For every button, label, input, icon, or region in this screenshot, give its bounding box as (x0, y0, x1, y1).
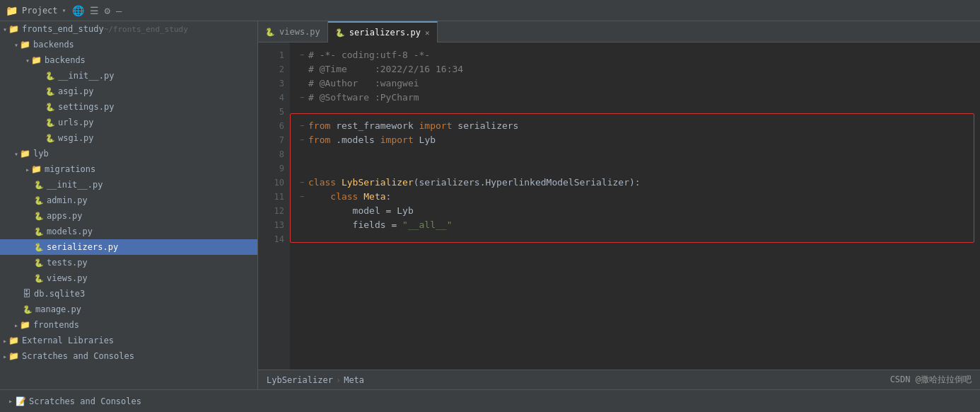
folder-icon: 📁 (8, 24, 19, 34)
sidebar-label: apps.py (47, 211, 83, 221)
sidebar-item-backends-inner[interactable]: 📁backends (0, 52, 257, 68)
gear-icon[interactable]: ⚙ (105, 5, 110, 16)
sidebar-item-backends-folder[interactable]: 📁backends (0, 37, 257, 52)
sidebar-item-apps-py[interactable]: 🐍apps.py (0, 208, 257, 224)
fold-gutter[interactable]: − (296, 119, 308, 133)
globe-icon[interactable]: 🌐 (72, 5, 84, 16)
token-mod: .models (330, 133, 380, 147)
sidebar-label: manage.py (35, 304, 81, 314)
fold-gutter[interactable]: − (296, 190, 308, 204)
sidebar-item-models-py[interactable]: 🐍models.py (0, 224, 257, 239)
sidebar-label: wsgi.py (58, 133, 94, 143)
tab-close-icon[interactable]: ✕ (425, 28, 430, 38)
folder-icon: 📁 (20, 40, 30, 50)
line-number: 5 (264, 105, 284, 119)
token-mod (308, 190, 330, 204)
code-line: − class Meta: (296, 190, 974, 204)
sidebar-item-urls-py[interactable]: 🐍urls.py (0, 115, 257, 130)
sidebar-label: views.py (47, 273, 88, 283)
breadcrumb-class: LybSerializer (267, 375, 333, 385)
sidebar-item-views-py[interactable]: 🐍views.py (0, 270, 257, 286)
sidebar-item-frontends-folder[interactable]: 📁frontends (0, 317, 257, 333)
tab-bar: 🐍views.py🐍serializers.py✕ (258, 21, 980, 42)
folder-icon: 📁 (6, 5, 18, 16)
title-bar-controls: 🌐 ☰ ⚙ — (72, 5, 122, 16)
sidebar-item-project-root[interactable]: 📁fronts_end_study ~/fronts_end_study (0, 21, 257, 37)
scratches-label: Scratches and Consoles (29, 396, 141, 406)
sidebar-item-init-py-2[interactable]: 🐍__init__.py (0, 177, 257, 193)
sidebar-item-serializers-py[interactable]: 🐍serializers.py (0, 239, 257, 255)
token-mod: rest_framework (330, 119, 419, 133)
fold-gutter[interactable]: − (296, 133, 308, 147)
fold-gutter[interactable]: − (296, 91, 308, 105)
py-icon: 🐍 (34, 181, 44, 190)
folder-icon: 📁 (31, 55, 42, 65)
tab-serializers-tab[interactable]: 🐍serializers.py✕ (328, 21, 438, 42)
sidebar-label: db.sqlite3 (34, 289, 85, 299)
sidebar-label: frontends (33, 320, 79, 330)
sidebar-item-manage-py[interactable]: 🐍manage.py (0, 302, 257, 317)
line-number: 6 (264, 119, 284, 133)
db-icon: 🗄 (23, 289, 31, 299)
sidebar-label: asgi.py (58, 86, 94, 96)
sidebar-label: __init__.py (58, 71, 114, 81)
folder-icon: 📁 (20, 320, 30, 330)
code-line: model = Lyb (296, 204, 974, 218)
editor-area: 🐍views.py🐍serializers.py✕ 12345678910111… (258, 21, 980, 389)
status-bar: LybSerializer › Meta CSDN @撒哈拉拉倒吧 (258, 370, 980, 389)
code-line: fields = "__all__" (296, 218, 974, 232)
sidebar-item-lyb-folder[interactable]: 📁lyb (0, 146, 257, 161)
sidebar-label: admin.py (47, 195, 88, 205)
line-number: 4 (264, 91, 284, 105)
sidebar-item-db-sqlite[interactable]: 🗄db.sqlite3 (0, 286, 257, 302)
sidebar-item-asgi-py[interactable]: 🐍asgi.py (0, 84, 257, 99)
code-line: −# @Software :PyCharm (296, 91, 974, 105)
sidebar-item-admin-py[interactable]: 🐍admin.py (0, 193, 257, 208)
list-icon[interactable]: ☰ (90, 5, 99, 16)
minus-icon[interactable]: — (116, 5, 122, 16)
py-icon: 🐍 (45, 87, 55, 96)
tab-views-tab[interactable]: 🐍views.py (258, 21, 328, 42)
py-icon: 🐍 (45, 103, 55, 112)
chevron-down-icon[interactable]: ▾ (62, 6, 66, 14)
line-number: 13 (264, 218, 284, 232)
title-bar: 📁 Project ▾ 🌐 ☰ ⚙ — (0, 0, 980, 21)
code-line (296, 232, 974, 246)
sidebar-label: tests.py (47, 258, 88, 268)
sidebar-item-scratches[interactable]: 📁Scratches and Consoles (0, 348, 257, 364)
sidebar-item-settings-py[interactable]: 🐍settings.py (0, 99, 257, 115)
bottom-panel[interactable]: ▸ 📝 Scratches and Consoles (0, 389, 980, 412)
fold-gutter[interactable]: − (296, 176, 308, 190)
sidebar-item-ext-libs[interactable]: 📁External Libraries (0, 333, 257, 348)
sidebar-label: migrations (45, 164, 95, 174)
code-container: 1234567891011121314 −# -*- coding:utf-8 … (258, 42, 980, 370)
py-icon: 🐍 (34, 196, 44, 205)
py-icon: 🐍 (34, 274, 44, 283)
sidebar-label: serializers.py (47, 242, 118, 252)
code-line (296, 105, 974, 119)
sidebar-label: backends (45, 55, 86, 65)
line-number: 7 (264, 133, 284, 147)
token-cmt: # @Software :PyCharm (308, 91, 419, 105)
token-kw: class (330, 190, 358, 204)
tab-label: views.py (279, 27, 320, 37)
breadcrumb-inner: Meta (344, 375, 364, 385)
sidebar-label: urls.py (58, 118, 94, 127)
sidebar-item-wsgi-py[interactable]: 🐍wsgi.py (0, 130, 257, 146)
sidebar-item-init-py-1[interactable]: 🐍__init__.py (0, 68, 257, 84)
token-cmt: # @Author :wangwei (308, 76, 419, 91)
folder-icon: 📁 (8, 336, 19, 345)
sidebar-item-migrations-folder[interactable]: 📁migrations (0, 161, 257, 177)
token-cmt: # -*- coding:utf-8 -*- (308, 48, 430, 62)
code-content[interactable]: −# -*- coding:utf-8 -*- # @Time :2022/2/… (290, 42, 980, 370)
sidebar-label: models.py (47, 227, 93, 236)
token-mod (358, 190, 363, 204)
breadcrumb-sep: › (336, 375, 341, 385)
sidebar-item-tests-py[interactable]: 🐍tests.py (0, 255, 257, 270)
token-mod (336, 176, 342, 190)
token-mod: serializers (453, 119, 519, 133)
token-mod: fields = (308, 218, 402, 232)
line-number: 14 (264, 232, 284, 246)
fold-gutter[interactable]: − (296, 48, 308, 62)
scratches-icon: 📝 (16, 396, 26, 406)
